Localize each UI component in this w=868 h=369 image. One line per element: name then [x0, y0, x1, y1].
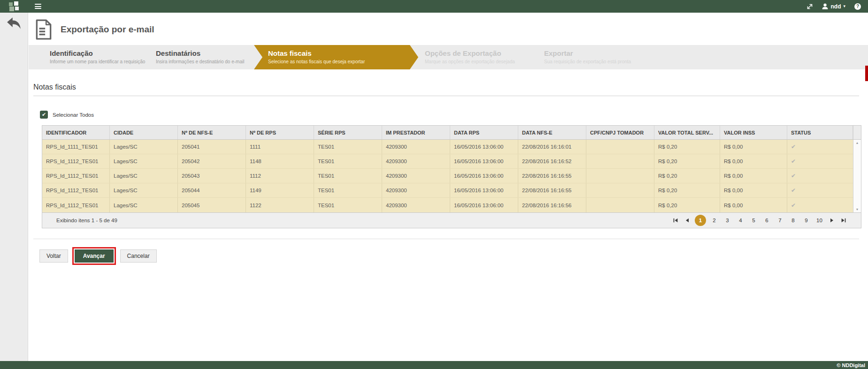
pagination-last-icon[interactable]: [839, 218, 848, 223]
table-cell: RPS_Id_1112_TES01: [42, 169, 110, 183]
column-header[interactable]: VALOR INSS: [720, 126, 787, 139]
step-destinatarios[interactable]: Destinatários Insira informações e desti…: [139, 45, 254, 69]
invoices-table: IDENTIFICADORCIDADENº DE NFS-ENº DE RPSS…: [42, 125, 861, 228]
pagination-page[interactable]: 8: [788, 215, 798, 226]
caret-down-icon: ▾: [843, 4, 845, 8]
select-all-checkbox[interactable]: ✔: [40, 111, 48, 119]
column-header[interactable]: VALOR TOTAL SERV...: [654, 126, 720, 139]
status-cell: ✔: [787, 198, 853, 212]
table-cell: RPS_Id_1112_TES01: [42, 198, 110, 212]
table-cell: R$ 0,20: [654, 169, 720, 183]
top-bar: ndd ▾ ?: [0, 0, 868, 13]
highlight-box: Avançar: [72, 247, 116, 265]
table-row[interactable]: RPS_Id_1112_TES01Lages/SC2050431112TES01…: [42, 169, 853, 183]
column-header[interactable]: DATA RPS: [450, 126, 518, 139]
table-cell: R$ 0,00: [720, 154, 787, 168]
column-header[interactable]: IDENTIFICADOR: [42, 126, 110, 139]
pagination-page[interactable]: 10: [814, 215, 824, 226]
table-cell: R$ 0,20: [654, 140, 720, 154]
pagination-first-icon[interactable]: [671, 218, 680, 223]
column-header[interactable]: IM PRESTADOR: [382, 126, 450, 139]
user-icon: [822, 3, 828, 9]
table-cell: 22/08/2016 16:16:52: [518, 154, 586, 168]
pagination-page[interactable]: 5: [749, 215, 759, 226]
column-header[interactable]: Nº DE NFS-E: [178, 126, 246, 139]
app-logo[interactable]: [0, 1, 29, 11]
column-header[interactable]: DATA NFS-E: [518, 126, 586, 139]
table-cell: 4209300: [382, 198, 450, 212]
edge-red-tab[interactable]: [865, 66, 868, 81]
table-row[interactable]: RPS_Id_1112_TES01Lages/SC2050421148TES01…: [42, 154, 853, 169]
table-cell: 205042: [178, 154, 246, 168]
page-header: Exportação por e-mail: [29, 13, 868, 45]
back-arrow-icon[interactable]: [6, 17, 22, 31]
status-check-icon: ✔: [791, 202, 796, 209]
table-cell: 1149: [246, 183, 314, 197]
table-footer: Exibindo itens 1 - 5 de 49 12345678910: [42, 212, 861, 228]
status-cell: ✔: [787, 154, 853, 168]
step-title: Notas fiscais: [268, 49, 418, 57]
user-menu[interactable]: ndd ▾: [822, 3, 845, 10]
table-cell: TES01: [314, 198, 382, 212]
next-button[interactable]: Avançar: [75, 249, 114, 263]
pagination-page[interactable]: 4: [736, 215, 745, 226]
pagination: 12345678910: [671, 215, 848, 226]
table-cell: 1122: [246, 198, 314, 212]
pagination-prev-icon[interactable]: [683, 218, 691, 223]
column-header[interactable]: CIDADE: [110, 126, 178, 139]
scroll-down-icon[interactable]: ▼: [856, 208, 859, 211]
scroll-up-icon[interactable]: ▲: [856, 141, 859, 144]
section-heading: Notas fiscais: [33, 83, 868, 91]
table-cell: 22/08/2016 16:16:55: [518, 183, 586, 197]
page-title: Exportação por e-mail: [61, 24, 154, 35]
column-header[interactable]: Nº DE RPS: [246, 126, 314, 139]
table-cell: R$ 0,20: [654, 198, 720, 212]
table-cell: [586, 183, 654, 197]
pagination-page[interactable]: 2: [709, 215, 719, 226]
app-footer: © NDDigital: [0, 361, 868, 369]
pagination-page[interactable]: 1: [695, 215, 706, 226]
pagination-page[interactable]: 3: [722, 215, 732, 226]
pagination-page[interactable]: 9: [801, 215, 811, 226]
help-icon[interactable]: ?: [854, 3, 861, 10]
status-check-icon: ✔: [791, 158, 796, 165]
table-cell: [586, 140, 654, 154]
back-button[interactable]: Voltar: [39, 249, 68, 263]
action-buttons: Voltar Avançar Cancelar: [39, 247, 868, 265]
cancel-button[interactable]: Cancelar: [120, 249, 157, 263]
table-row[interactable]: RPS_Id_1112_TES01Lages/SC2050451122TES01…: [42, 198, 853, 212]
pagination-next-icon[interactable]: [828, 218, 836, 223]
step-identificacao[interactable]: Identificação Informe um nome para ident…: [29, 45, 139, 69]
table-row[interactable]: RPS_Id_1111_TES01Lages/SC2050411111TES01…: [42, 140, 853, 154]
step-title: Exportar: [544, 49, 690, 57]
step-subtitle: Sua requisição de exportação está pronta: [544, 59, 690, 64]
table-cell: [586, 154, 654, 168]
step-title: Identificação: [50, 49, 139, 57]
step-subtitle: Informe um nome para identificar a requi…: [50, 59, 139, 64]
table-cell: TES01: [314, 183, 382, 197]
table-cell: [586, 169, 654, 183]
hamburger-menu-icon[interactable]: [35, 3, 41, 10]
table-cell: 4209300: [382, 169, 450, 183]
table-scrollbar[interactable]: ▲ ▼: [853, 140, 861, 212]
column-header[interactable]: SÉRIE RPS: [314, 126, 382, 139]
table-row[interactable]: RPS_Id_1112_TES01Lages/SC2050441149TES01…: [42, 183, 853, 198]
divider: [33, 96, 859, 96]
pagination-page[interactable]: 6: [762, 215, 772, 226]
fullscreen-expand-icon[interactable]: [807, 3, 813, 10]
table-cell: R$ 0,20: [654, 183, 720, 197]
status-cell: ✔: [787, 183, 853, 197]
status-cell: ✔: [787, 169, 853, 183]
table-cell: Lages/SC: [110, 140, 178, 154]
column-header[interactable]: CPF/CNPJ TOMADOR: [586, 126, 654, 139]
table-cell: 205041: [178, 140, 246, 154]
column-header[interactable]: STATUS: [787, 126, 853, 139]
status-check-icon: ✔: [791, 143, 796, 150]
document-icon: [35, 19, 52, 40]
table-cell: TES01: [314, 169, 382, 183]
pagination-page[interactable]: 7: [775, 215, 785, 226]
table-cell: Lages/SC: [110, 154, 178, 168]
table-cell: Lages/SC: [110, 169, 178, 183]
step-notas-fiscais-active[interactable]: Notas fiscais Selecione as notas fiscais…: [254, 45, 418, 69]
table-cell: R$ 0,20: [654, 154, 720, 168]
